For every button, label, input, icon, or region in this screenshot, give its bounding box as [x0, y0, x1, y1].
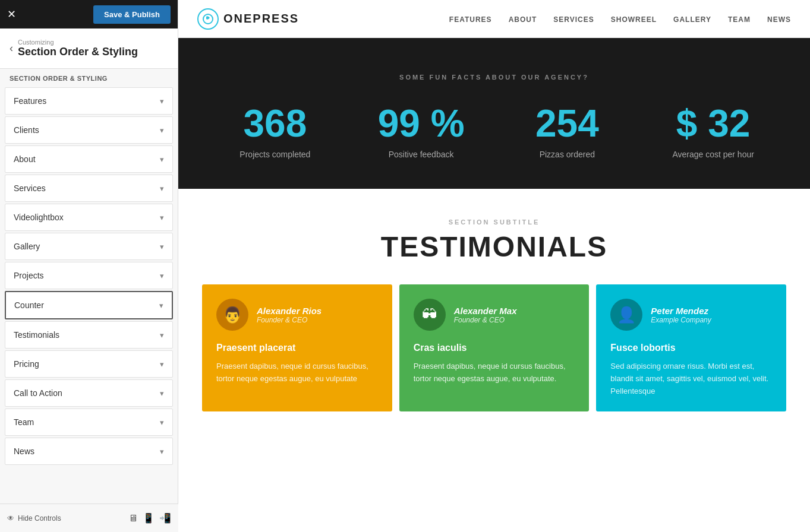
counter-label: Positive feedback	[348, 150, 494, 159]
sidebar-item-counter[interactable]: Counter▾	[5, 291, 173, 319]
sidebar-item-label: Team	[14, 417, 34, 427]
save-publish-button[interactable]: Save & Publish	[93, 5, 171, 24]
chevron-down-icon: ▾	[160, 97, 164, 106]
mobile-view-button[interactable]: 📲	[159, 512, 171, 524]
breadcrumb-title: Section Order & Styling	[18, 46, 138, 59]
author-role: Founder & CEO	[454, 316, 517, 324]
sidebar-item-clients[interactable]: Clients▾	[5, 116, 173, 144]
nav-item-about[interactable]: ABOUT	[509, 14, 537, 24]
nav-item-services[interactable]: SERVICES	[553, 14, 594, 24]
card-body: Sed adipiscing ornare risus. Morbi est e…	[610, 360, 772, 397]
tablet-view-button[interactable]: 📱	[143, 512, 155, 524]
sidebar-item-label: About	[14, 154, 36, 164]
sidebar-item-label: Projects	[14, 271, 44, 280]
nav-link[interactable]: SERVICES	[553, 15, 594, 24]
nav-link[interactable]: TEAM	[728, 15, 751, 24]
counter-item: $ 32 Average cost per hour	[640, 104, 786, 159]
card-author: 👨 Alexander Rios Founder & CEO	[216, 299, 378, 331]
sidebar-item-services[interactable]: Services▾	[5, 175, 173, 202]
breadcrumb-area: ‹ Customizing Section Order & Styling	[0, 28, 178, 69]
chevron-down-icon: ▾	[160, 155, 164, 164]
sidebar-item-videolightbox[interactable]: Videolightbox▾	[5, 204, 173, 231]
counter-item: 368 Projects completed	[202, 104, 348, 159]
counter-number: 368	[202, 104, 348, 142]
logo-icon	[197, 8, 219, 30]
avatar: 🕶	[414, 299, 446, 331]
close-button[interactable]: ✕	[7, 9, 16, 20]
chevron-down-icon: ▾	[160, 447, 164, 456]
sidebar-item-pricing[interactable]: Pricing▾	[5, 350, 173, 378]
counter-subtitle: SOME FUN FACTS ABOUT OUR AGENCY?	[202, 74, 786, 81]
nav-links: FEATURESABOUTSERVICESSHOWREELGALLERYTEAM…	[449, 14, 791, 24]
breadcrumb-text: Customizing Section Order & Styling	[18, 39, 138, 59]
avatar: 👤	[610, 299, 642, 331]
sidebar-item-call-to-action[interactable]: Call to Action▾	[5, 379, 173, 407]
bottom-bar: 👁 Hide Controls 🖥 📱 📲	[0, 504, 178, 532]
right-panel: ONEPRESS FEATURESABOUTSERVICESSHOWREELGA…	[178, 0, 810, 532]
chevron-down-icon: ▾	[160, 331, 164, 340]
chevron-down-icon: ▾	[160, 126, 164, 135]
card-body: Praesent dapibus, neque id cursus faucib…	[216, 360, 378, 385]
sidebar-item-gallery[interactable]: Gallery▾	[5, 233, 173, 260]
author-info: Peter Mendez Example Company	[651, 306, 711, 324]
nav-link[interactable]: ABOUT	[509, 15, 537, 24]
nav-item-gallery[interactable]: GALLERY	[673, 14, 711, 24]
counter-number: $ 32	[640, 104, 786, 142]
desktop-view-button[interactable]: 🖥	[128, 512, 138, 524]
author-name: Alexander Max	[454, 306, 517, 316]
counter-number: 254	[494, 104, 641, 142]
author-info: Alexander Max Founder & CEO	[454, 306, 517, 324]
testimonial-card: 👨 Alexander Rios Founder & CEO Praesent …	[202, 284, 392, 411]
nav-item-showreel[interactable]: SHOWREEL	[611, 14, 657, 24]
sidebar-item-label: Gallery	[14, 242, 40, 251]
avatar: 👨	[216, 299, 248, 331]
sidebar-item-label: Features	[14, 96, 46, 106]
counter-grid: 368 Projects completed 99 % Positive fee…	[202, 104, 786, 159]
eye-icon: 👁	[7, 514, 14, 522]
hide-controls-label: Hide Controls	[18, 514, 61, 522]
testimonials-title: TESTIMONIALS	[202, 230, 786, 263]
counter-section: SOME FUN FACTS ABOUT OUR AGENCY? 368 Pro…	[178, 38, 810, 189]
sidebar-item-news[interactable]: News▾	[5, 438, 173, 465]
sidebar-item-label: Call to Action	[14, 388, 62, 398]
back-arrow-icon[interactable]: ‹	[10, 42, 13, 55]
nav-link[interactable]: GALLERY	[673, 15, 711, 24]
author-name: Peter Mendez	[651, 306, 711, 316]
nav-item-team[interactable]: TEAM	[728, 14, 751, 24]
chevron-down-icon: ▾	[160, 389, 164, 398]
logo-text: ONEPRESS	[223, 12, 299, 26]
nav-link[interactable]: SHOWREEL	[611, 15, 657, 24]
nav-item-news[interactable]: NEWS	[767, 14, 791, 24]
view-icons: 🖥 📱 📲	[128, 512, 171, 524]
nav-link[interactable]: FEATURES	[449, 15, 492, 24]
testimonial-cards: 👨 Alexander Rios Founder & CEO Praesent …	[202, 284, 786, 411]
sidebar-item-label: News	[14, 446, 34, 456]
counter-label: Average cost per hour	[640, 150, 786, 159]
sidebar-item-about[interactable]: About▾	[5, 145, 173, 173]
sidebar-item-label: Testimonials	[14, 330, 59, 340]
chevron-down-icon: ▾	[159, 301, 163, 310]
testimonials-section: SECTION SUBTITLE TESTIMONIALS 👨 Alexande…	[178, 189, 810, 532]
sidebar-item-team[interactable]: Team▾	[5, 408, 173, 436]
author-name: Alexander Rios	[257, 306, 322, 316]
sidebar-item-label: Pricing	[14, 359, 39, 369]
card-title: Cras iaculis	[414, 343, 575, 353]
breadcrumb-parent: Customizing	[18, 39, 138, 46]
nav-item-features[interactable]: FEATURES	[449, 14, 492, 24]
testimonial-card: 🕶 Alexander Max Founder & CEO Cras iacul…	[399, 284, 590, 411]
card-title: Praesent placerat	[216, 343, 378, 353]
sidebar-item-label: Services	[14, 183, 46, 193]
chevron-down-icon: ▾	[160, 418, 164, 427]
sidebar-item-features[interactable]: Features▾	[5, 87, 173, 115]
nav-link[interactable]: NEWS	[767, 15, 791, 24]
sidebar-item-projects[interactable]: Projects▾	[5, 262, 173, 289]
card-body: Praesent dapibus, neque id cursus faucib…	[414, 360, 575, 385]
author-role: Example Company	[651, 316, 711, 324]
counter-item: 99 % Positive feedback	[348, 104, 494, 159]
logo-area: ONEPRESS	[197, 8, 299, 30]
counter-label: Pizzas ordered	[494, 150, 641, 159]
top-bar: ✕ Save & Publish	[0, 0, 178, 28]
counter-label: Projects completed	[202, 150, 348, 159]
sidebar-item-testimonials[interactable]: Testimonials▾	[5, 321, 173, 349]
hide-controls-button[interactable]: 👁 Hide Controls	[7, 514, 61, 522]
